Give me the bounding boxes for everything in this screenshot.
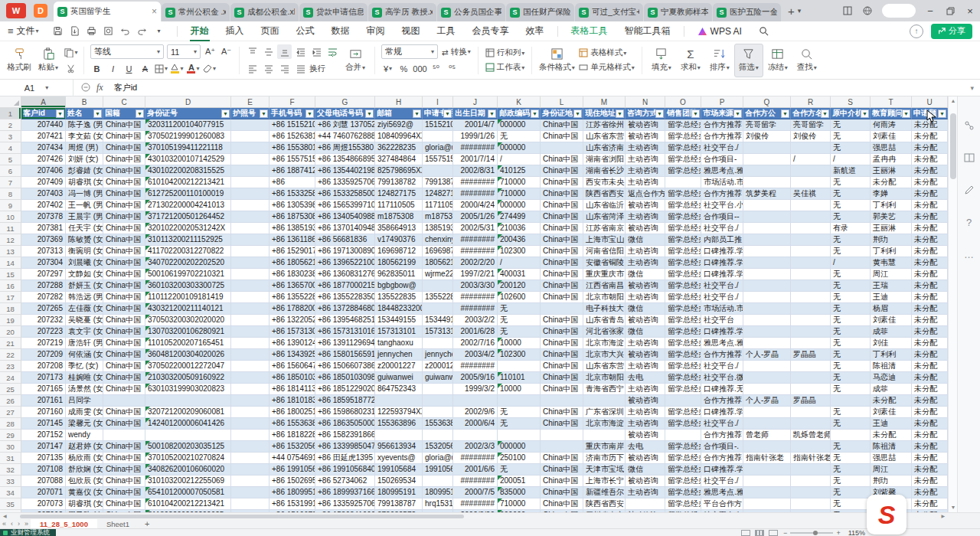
cell[interactable]: 罗晶晶: [791, 395, 831, 407]
cell[interactable]: 社交平台./: [701, 142, 743, 154]
cell[interactable]: China中国: [541, 464, 583, 476]
cell[interactable]: China中国: [103, 315, 145, 326]
cell[interactable]: [791, 269, 831, 280]
cell[interactable]: China中国: [541, 154, 583, 165]
column-header-F[interactable]: F: [270, 96, 315, 108]
cell[interactable]: 207282: [21, 292, 66, 303]
cell[interactable]: [743, 223, 791, 234]
cell[interactable]: [231, 407, 270, 418]
header-cell-E[interactable]: 护照号▼: [231, 108, 270, 119]
cell[interactable]: 刘素佳: [871, 407, 912, 418]
cell[interactable]: 864752343: [375, 384, 423, 395]
header-cell-A[interactable]: 客户id▼: [21, 108, 66, 119]
cancel-icon[interactable]: [81, 81, 90, 95]
cell[interactable]: 返点合作方: [626, 188, 665, 200]
cell[interactable]: 何雨涛: [871, 119, 912, 131]
horizontal-scroll-thumb[interactable]: [20, 515, 464, 518]
column-header-G[interactable]: G: [315, 96, 375, 108]
paste-button[interactable]: 粘贴▾: [34, 44, 63, 77]
decrease-font-button[interactable]: A⁻: [219, 44, 234, 59]
column-header-P[interactable]: P: [701, 96, 743, 108]
cell[interactable]: 2000/4/24: [453, 200, 498, 211]
cell[interactable]: [453, 395, 498, 407]
cell[interactable]: +86 18099519: [270, 487, 315, 498]
filter-dropdown-icon[interactable]: ▼: [781, 109, 789, 118]
cell[interactable]: [231, 303, 270, 315]
cell[interactable]: tanghaoxu: [375, 338, 423, 349]
cell[interactable]: 未分配: [912, 200, 948, 211]
upload-icon[interactable]: ↑: [910, 25, 923, 38]
cell[interactable]: ########: [453, 498, 498, 510]
cell[interactable]: guiwanwei: [423, 372, 453, 384]
cell[interactable]: 207135: [21, 453, 66, 464]
cell[interactable]: 主动咨询: [626, 487, 665, 498]
menu-item-数据[interactable]: 数据: [323, 21, 358, 41]
cell[interactable]: China中国: [103, 349, 145, 361]
cell[interactable]: 370503200302020020: [145, 315, 231, 326]
cell[interactable]: [791, 292, 831, 303]
cell[interactable]: [791, 361, 831, 372]
cell[interactable]: 主动咨询: [626, 177, 665, 188]
formula-input[interactable]: 客户id: [114, 82, 971, 93]
cell[interactable]: 未分配: [912, 188, 948, 200]
cell[interactable]: China中国: [103, 292, 145, 303]
cell[interactable]: 内部员工推: [701, 234, 743, 246]
cell[interactable]: China中国: [103, 246, 145, 257]
doc-tab[interactable]: S贷款申请信息.xlsx: [299, 3, 368, 21]
zoom-slider[interactable]: [790, 532, 833, 534]
cell[interactable]: China中国: [541, 349, 583, 361]
cell[interactable]: +44 07546918: [270, 453, 315, 464]
cell[interactable]: [743, 407, 791, 418]
cell[interactable]: 未分配: [912, 165, 948, 177]
row-header-10[interactable]: 10: [0, 211, 21, 223]
cell[interactable]: 2003/2/2: [453, 315, 498, 326]
cell[interactable]: 274499: [498, 211, 541, 223]
cell[interactable]: 个人-罗晶: [743, 395, 791, 407]
cell[interactable]: 刘素佳: [871, 131, 912, 142]
cell[interactable]: 包欣辰 (女: [66, 476, 103, 487]
undo-icon[interactable]: [118, 24, 133, 39]
cell[interactable]: 北京市朝阳: [583, 372, 626, 384]
cell[interactable]: [231, 464, 270, 476]
header-cell-B[interactable]: 姓名▼: [66, 108, 103, 119]
cell[interactable]: 留学总经办: [665, 453, 701, 464]
cell[interactable]: m1875308: [375, 211, 423, 223]
cell[interactable]: 上海市宝山: [583, 234, 626, 246]
conditional-format-button[interactable]: 条件格式▾: [537, 44, 577, 77]
cell[interactable]: 135522835: [375, 292, 423, 303]
cell[interactable]: 被动咨询: [626, 119, 665, 131]
cell[interactable]: 北京市大兴: [583, 349, 626, 361]
cell[interactable]: China中国: [541, 223, 583, 234]
cell[interactable]: +86 1354402198: [315, 165, 375, 177]
header-cell-H[interactable]: 邮箱▼: [375, 108, 423, 119]
cell[interactable]: 主动咨询: [626, 418, 665, 430]
cell[interactable]: [791, 464, 831, 476]
cell[interactable]: +86 13901242: [270, 338, 315, 349]
cell[interactable]: [791, 280, 831, 292]
minimize-button[interactable]: −: [920, 0, 940, 21]
cell[interactable]: +86 1565399710: [315, 200, 375, 211]
cell[interactable]: 654101200007050581: [145, 487, 231, 498]
cell[interactable]: 825798695XXX@163.: [375, 165, 423, 177]
cell[interactable]: +86 1506607386: [315, 361, 375, 372]
cell[interactable]: 留学总经办: [665, 154, 701, 165]
cell[interactable]: 未分配: [912, 418, 948, 430]
search-button[interactable]: [750, 21, 777, 41]
cell[interactable]: +86 18141137: [270, 384, 315, 395]
cell[interactable]: +86 13439252: [270, 349, 315, 361]
menu-item-开始[interactable]: 开始: [182, 21, 217, 41]
cell[interactable]: 强思喆: [871, 453, 912, 464]
cell[interactable]: 主动咨询: [626, 142, 665, 154]
cell[interactable]: 荆玏: [871, 476, 912, 487]
cell[interactable]: +86 13053983: [270, 200, 315, 211]
cell[interactable]: [231, 257, 270, 269]
cell[interactable]: [791, 303, 831, 315]
row-header-5[interactable]: 5: [0, 154, 21, 165]
cell[interactable]: [103, 430, 145, 441]
cell[interactable]: 罗晶晶: [791, 349, 831, 361]
cell[interactable]: 210036: [498, 223, 541, 234]
find-button[interactable]: 查找▾: [792, 44, 822, 77]
cell[interactable]: 未分配: [912, 441, 948, 453]
column-header-H[interactable]: H: [375, 96, 423, 108]
row-header-15[interactable]: 15: [0, 269, 21, 280]
